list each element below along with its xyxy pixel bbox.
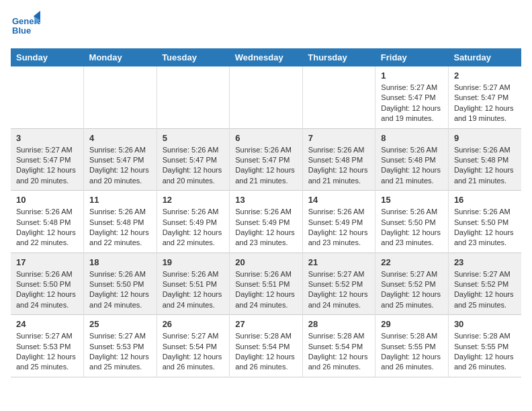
calendar-cell: 16Sunrise: 5:26 AMSunset: 5:50 PMDayligh… bbox=[448, 191, 521, 253]
day-info: Sunset: 5:48 PM bbox=[16, 218, 78, 228]
day-info: Sunset: 5:50 PM bbox=[89, 279, 151, 289]
day-info: Daylight: 12 hours and 20 minutes. bbox=[16, 165, 78, 186]
day-info: Sunset: 5:53 PM bbox=[16, 342, 78, 352]
calendar-cell: 17Sunrise: 5:26 AMSunset: 5:50 PMDayligh… bbox=[11, 253, 84, 315]
day-number: 22 bbox=[381, 257, 443, 267]
day-number: 30 bbox=[454, 319, 516, 329]
day-info: Daylight: 12 hours and 26 minutes. bbox=[381, 352, 443, 373]
calendar-cell: 28Sunrise: 5:28 AMSunset: 5:54 PMDayligh… bbox=[302, 315, 375, 377]
weekday-header-thursday: Thursday bbox=[302, 48, 375, 66]
day-info: Sunrise: 5:26 AM bbox=[89, 207, 151, 217]
day-number: 3 bbox=[16, 133, 78, 143]
day-number: 17 bbox=[16, 257, 78, 267]
page-header: General Blue bbox=[11, 11, 521, 40]
day-info: Sunset: 5:47 PM bbox=[163, 155, 224, 165]
day-info: Daylight: 12 hours and 22 minutes. bbox=[89, 228, 151, 248]
day-info: Sunrise: 5:26 AM bbox=[163, 269, 224, 279]
day-number: 24 bbox=[16, 319, 78, 329]
day-info: Sunrise: 5:26 AM bbox=[89, 145, 151, 155]
day-info: Sunset: 5:50 PM bbox=[16, 279, 78, 289]
calendar-cell: 6Sunrise: 5:26 AMSunset: 5:47 PMDaylight… bbox=[230, 128, 303, 191]
day-info: Daylight: 12 hours and 25 minutes. bbox=[381, 289, 443, 310]
day-number: 29 bbox=[381, 319, 443, 329]
day-info: Daylight: 12 hours and 24 minutes. bbox=[235, 289, 297, 310]
day-info: Sunset: 5:51 PM bbox=[163, 279, 224, 289]
day-info: Daylight: 12 hours and 26 minutes. bbox=[235, 352, 297, 373]
calendar-cell: 5Sunrise: 5:26 AMSunset: 5:47 PMDaylight… bbox=[157, 128, 230, 191]
day-info: Sunset: 5:52 PM bbox=[454, 279, 516, 289]
day-info: Daylight: 12 hours and 25 minutes. bbox=[454, 289, 516, 310]
day-info: Sunrise: 5:26 AM bbox=[16, 269, 78, 279]
day-info: Sunrise: 5:26 AM bbox=[381, 207, 443, 217]
day-info: Sunset: 5:50 PM bbox=[381, 218, 443, 228]
calendar-week-row: 17Sunrise: 5:26 AMSunset: 5:50 PMDayligh… bbox=[11, 253, 521, 315]
day-info: Sunset: 5:47 PM bbox=[16, 155, 78, 165]
day-info: Sunset: 5:47 PM bbox=[454, 93, 516, 103]
calendar-cell: 15Sunrise: 5:26 AMSunset: 5:50 PMDayligh… bbox=[375, 191, 449, 253]
day-info: Sunrise: 5:28 AM bbox=[381, 331, 443, 341]
day-number: 10 bbox=[16, 195, 78, 205]
weekday-header-saturday: Saturday bbox=[448, 48, 521, 66]
day-info: Daylight: 12 hours and 23 minutes. bbox=[235, 228, 297, 248]
calendar-cell: 22Sunrise: 5:27 AMSunset: 5:52 PMDayligh… bbox=[375, 253, 449, 315]
calendar-cell bbox=[230, 66, 303, 128]
calendar-cell: 13Sunrise: 5:26 AMSunset: 5:49 PMDayligh… bbox=[230, 191, 303, 253]
day-number: 21 bbox=[308, 257, 370, 267]
day-info: Sunset: 5:55 PM bbox=[381, 342, 443, 352]
day-number: 28 bbox=[308, 319, 370, 329]
day-info: Sunset: 5:47 PM bbox=[89, 155, 151, 165]
calendar-cell bbox=[302, 66, 375, 128]
weekday-header-friday: Friday bbox=[375, 48, 449, 66]
day-info: Sunrise: 5:26 AM bbox=[235, 269, 297, 279]
calendar-cell: 19Sunrise: 5:26 AMSunset: 5:51 PMDayligh… bbox=[157, 253, 230, 315]
day-info: Sunset: 5:49 PM bbox=[235, 218, 297, 228]
day-info: Sunset: 5:52 PM bbox=[308, 279, 370, 289]
day-info: Daylight: 12 hours and 23 minutes. bbox=[308, 228, 370, 248]
calendar-week-row: 1Sunrise: 5:27 AMSunset: 5:47 PMDaylight… bbox=[11, 66, 521, 128]
calendar-cell: 11Sunrise: 5:26 AMSunset: 5:48 PMDayligh… bbox=[84, 191, 157, 253]
day-info: Sunrise: 5:28 AM bbox=[454, 331, 516, 341]
day-info: Sunrise: 5:26 AM bbox=[308, 207, 370, 217]
calendar-cell bbox=[157, 66, 230, 128]
day-number: 19 bbox=[163, 257, 224, 267]
day-info: Daylight: 12 hours and 26 minutes. bbox=[454, 352, 516, 373]
weekday-header-sunday: Sunday bbox=[11, 48, 84, 66]
day-info: Sunrise: 5:26 AM bbox=[16, 207, 78, 217]
weekday-header-monday: Monday bbox=[84, 48, 157, 66]
day-info: Sunrise: 5:28 AM bbox=[235, 331, 297, 341]
day-info: Daylight: 12 hours and 19 minutes. bbox=[454, 103, 516, 124]
calendar-cell: 21Sunrise: 5:27 AMSunset: 5:52 PMDayligh… bbox=[302, 253, 375, 315]
day-info: Sunrise: 5:26 AM bbox=[235, 145, 297, 155]
day-info: Sunrise: 5:27 AM bbox=[16, 331, 78, 341]
day-info: Daylight: 12 hours and 24 minutes. bbox=[89, 289, 151, 310]
day-info: Sunset: 5:54 PM bbox=[163, 342, 224, 352]
calendar-cell: 3Sunrise: 5:27 AMSunset: 5:47 PMDaylight… bbox=[11, 128, 84, 191]
day-info: Daylight: 12 hours and 22 minutes. bbox=[163, 228, 224, 248]
day-info: Sunset: 5:52 PM bbox=[381, 279, 443, 289]
calendar-cell: 8Sunrise: 5:26 AMSunset: 5:48 PMDaylight… bbox=[375, 128, 449, 191]
day-info: Sunset: 5:48 PM bbox=[308, 155, 370, 165]
calendar-cell: 2Sunrise: 5:27 AMSunset: 5:47 PMDaylight… bbox=[448, 66, 521, 128]
day-number: 9 bbox=[454, 133, 516, 143]
day-info: Sunset: 5:48 PM bbox=[381, 155, 443, 165]
calendar-cell: 27Sunrise: 5:28 AMSunset: 5:54 PMDayligh… bbox=[230, 315, 303, 377]
day-info: Daylight: 12 hours and 21 minutes. bbox=[308, 165, 370, 186]
day-number: 14 bbox=[308, 195, 370, 205]
day-info: Sunset: 5:48 PM bbox=[89, 218, 151, 228]
day-info: Sunrise: 5:26 AM bbox=[163, 145, 224, 155]
calendar-table: SundayMondayTuesdayWednesdayThursdayFrid… bbox=[11, 48, 521, 377]
calendar-cell: 23Sunrise: 5:27 AMSunset: 5:52 PMDayligh… bbox=[448, 253, 521, 315]
day-info: Sunrise: 5:27 AM bbox=[16, 145, 78, 155]
calendar-cell: 18Sunrise: 5:26 AMSunset: 5:50 PMDayligh… bbox=[84, 253, 157, 315]
day-info: Sunrise: 5:28 AM bbox=[308, 331, 370, 341]
calendar-cell bbox=[84, 66, 157, 128]
calendar-cell: 14Sunrise: 5:26 AMSunset: 5:49 PMDayligh… bbox=[302, 191, 375, 253]
day-info: Sunrise: 5:27 AM bbox=[454, 83, 516, 93]
day-number: 27 bbox=[235, 319, 297, 329]
day-info: Sunset: 5:47 PM bbox=[381, 93, 443, 103]
day-number: 13 bbox=[235, 195, 297, 205]
day-info: Daylight: 12 hours and 20 minutes. bbox=[163, 165, 224, 186]
weekday-header-tuesday: Tuesday bbox=[157, 48, 230, 66]
day-number: 25 bbox=[89, 319, 151, 329]
calendar-week-row: 24Sunrise: 5:27 AMSunset: 5:53 PMDayligh… bbox=[11, 315, 521, 377]
